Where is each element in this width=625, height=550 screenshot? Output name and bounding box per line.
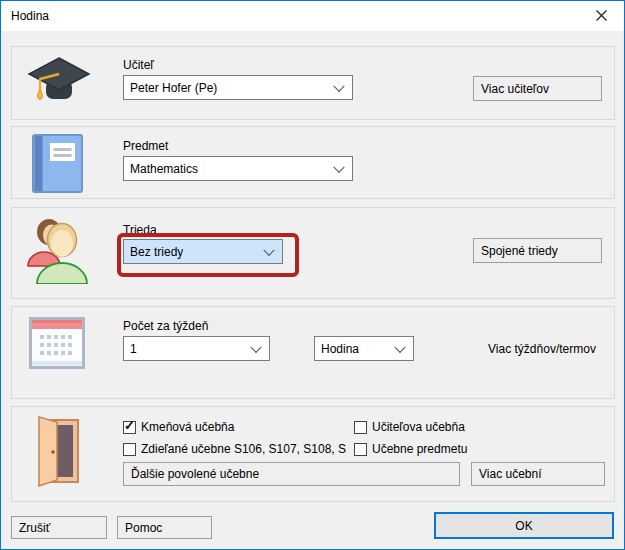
teacher-combobox[interactable]: Peter Hofer (Pe): [123, 75, 353, 100]
students-icon: [25, 214, 93, 284]
door-icon: [32, 415, 82, 487]
help-button-label: Pomoc: [125, 521, 162, 535]
subject-label: Predmet: [123, 139, 168, 153]
checkbox-box: [354, 421, 367, 434]
count-combobox[interactable]: 1: [123, 336, 270, 361]
duration-combobox-value: Hodina: [321, 342, 359, 356]
subject-section: Predmet Mathematics: [11, 126, 615, 199]
chevron-down-icon: [250, 341, 261, 352]
more-teachers-button[interactable]: Viac učiteľov: [473, 76, 602, 101]
chevron-down-icon: [394, 341, 405, 352]
subject-combobox-value: Mathematics: [130, 162, 198, 176]
checkmark-icon: ✓: [124, 419, 135, 432]
more-rooms-button[interactable]: Viac učební: [471, 462, 605, 486]
class-label: Trieda: [123, 223, 157, 237]
subject-combobox[interactable]: Mathematics: [123, 156, 353, 181]
subject-rooms-checkbox[interactable]: Učebne predmetu: [354, 441, 467, 457]
teacher-combobox-value: Peter Hofer (Pe): [130, 81, 217, 95]
checkbox-box: [354, 443, 367, 456]
allowed-rooms-button-label: Ďalšie povolené učebne: [131, 467, 259, 481]
checkbox-box: ✓: [123, 421, 136, 434]
teacher-room-checkbox-label: Učiteľova učebňa: [372, 420, 465, 434]
teacher-section: Učiteľ Peter Hofer (Pe) Viac učiteľov: [11, 46, 615, 120]
teacher-label: Učiteľ: [123, 58, 154, 72]
checkbox-box: [123, 443, 136, 456]
more-weeks-label[interactable]: Viac týždňov/termov: [467, 342, 617, 356]
teacher-room-checkbox[interactable]: Učiteľova učebňa: [354, 419, 465, 435]
count-combobox-value: 1: [130, 342, 137, 356]
shared-rooms-checkbox-label: Zdieľané učebne S106, S107, S108, S109, …: [141, 442, 347, 456]
book-icon: [32, 134, 84, 193]
class-combobox-value: Bez triedy: [130, 245, 183, 259]
chevron-down-icon: [263, 244, 274, 255]
graduation-cap-icon: [26, 56, 92, 112]
chevron-down-icon: [333, 161, 344, 172]
class-combobox[interactable]: Bez triedy: [123, 239, 283, 264]
count-label: Počet za týždeň: [123, 319, 208, 333]
duration-combobox[interactable]: Hodina: [314, 336, 414, 361]
home-room-checkbox-label: Kmeňová učebňa: [141, 420, 234, 434]
count-section: Počet za týždeň 1 Hodina Viac týždňov/te…: [11, 306, 615, 399]
calendar-icon: [29, 317, 85, 369]
close-button[interactable]: [579, 1, 624, 30]
more-rooms-button-label: Viac učební: [479, 467, 542, 481]
close-icon: [596, 10, 607, 21]
class-section: Trieda Bez triedy Spojené triedy: [11, 207, 615, 299]
shared-rooms-checkbox[interactable]: Zdieľané učebne S106, S107, S108, S109, …: [123, 441, 347, 457]
subject-rooms-checkbox-label: Učebne predmetu: [372, 442, 467, 456]
title-bar: Hodina: [1, 1, 624, 31]
more-teachers-button-label: Viac učiteľov: [481, 82, 549, 96]
cancel-button[interactable]: Zrušiť: [11, 516, 107, 539]
dialog-window: Hodina Učiteľ Peter Hofer (Pe) Viac učit…: [0, 0, 625, 550]
cancel-button-label: Zrušiť: [19, 521, 50, 535]
joined-classes-button-label: Spojené triedy: [481, 244, 558, 258]
joined-classes-button[interactable]: Spojené triedy: [473, 238, 602, 263]
allowed-rooms-button[interactable]: Ďalšie povolené učebne: [123, 462, 460, 486]
rooms-section: ✓ Kmeňová učebňa Zdieľané učebne S106, S…: [11, 406, 615, 502]
dialog-title: Hodina: [11, 9, 49, 23]
ok-button-label: OK: [515, 519, 532, 533]
home-room-checkbox[interactable]: ✓ Kmeňová učebňa: [123, 419, 234, 435]
chevron-down-icon: [333, 80, 344, 91]
help-button[interactable]: Pomoc: [117, 516, 212, 539]
ok-button[interactable]: OK: [434, 512, 614, 539]
